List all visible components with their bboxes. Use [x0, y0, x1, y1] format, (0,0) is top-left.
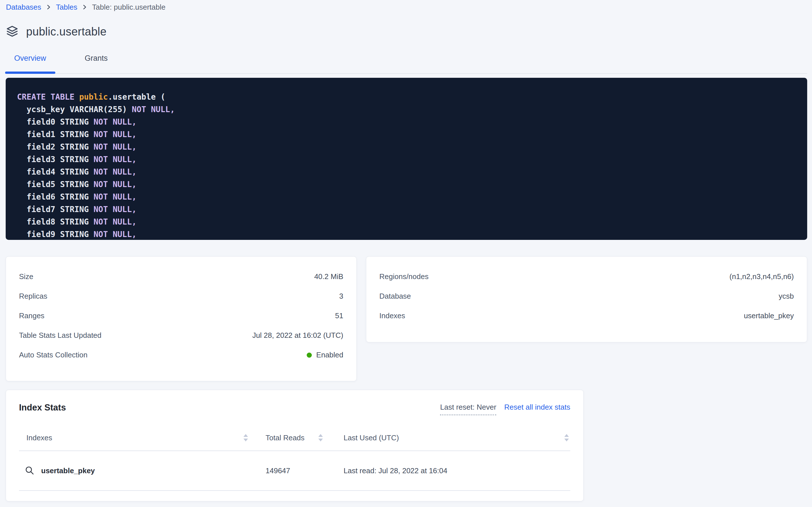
table-detail-page: Databases Tables Table: public.usertable…	[0, 2, 812, 507]
status-text: Enabled	[316, 351, 343, 359]
sql-line: field9 STRING NOT NULL,	[17, 228, 799, 240]
index-table-row: usertable_pkey 149647 Last read: Jul 28,…	[19, 451, 570, 491]
stat-value: usertable_pkey	[744, 312, 794, 320]
magnifier-icon	[25, 465, 35, 476]
column-header-indexes[interactable]: Indexes	[19, 433, 256, 442]
index-name-link[interactable]: usertable_pkey	[19, 465, 256, 476]
column-header-last-used[interactable]: Last Used (UTC)	[329, 433, 570, 442]
layers-stack-icon	[6, 25, 19, 38]
stat-label: Replicas	[19, 292, 47, 301]
table-meta-card: Regions/nodes (n1,n2,n3,n4,n5,n6) Databa…	[366, 256, 807, 342]
total-reads-value: 149647	[256, 466, 329, 475]
column-label: Indexes	[26, 434, 52, 442]
stat-label: Regions/nodes	[379, 272, 428, 281]
stat-row-replicas: Replicas 3	[19, 286, 343, 306]
stat-row-ranges: Ranges 51	[19, 306, 343, 326]
index-stats-table: Indexes Total Reads Last Used (UTC) user…	[19, 425, 570, 491]
tab-overview[interactable]: Overview	[5, 51, 55, 73]
breadcrumb-link-tables[interactable]: Tables	[56, 2, 77, 12]
table-stats-card: Size 40.2 MiB Replicas 3 Ranges 51 Table…	[6, 256, 357, 381]
breadcrumb: Databases Tables Table: public.usertable	[6, 2, 812, 12]
index-stats-card: Index Stats Last reset: Never Reset all …	[6, 390, 583, 501]
column-label: Total Reads	[265, 434, 304, 442]
chevron-right-icon	[81, 4, 88, 10]
stat-label: Table Stats Last Updated	[19, 331, 102, 340]
breadcrumb-link-databases[interactable]: Databases	[6, 2, 41, 12]
stat-row-stats-updated: Table Stats Last Updated Jul 28, 2022 at…	[19, 326, 343, 345]
index-table-header-row: Indexes Total Reads Last Used (UTC)	[19, 425, 570, 451]
last-used-value: Last read: Jul 28, 2022 at 16:04	[329, 466, 570, 475]
stat-row-indexes: Indexes usertable_pkey	[379, 306, 794, 326]
stat-row-database: Database ycsb	[379, 286, 794, 306]
stat-value: 40.2 MiB	[314, 272, 343, 281]
stat-value: 3	[339, 292, 343, 301]
sort-arrows-icon[interactable]	[243, 433, 249, 442]
tab-bar: Overview Grants	[5, 51, 807, 74]
stat-row-auto-stats: Auto Stats Collection Enabled	[19, 345, 343, 365]
stat-value: ycsb	[779, 292, 794, 301]
sql-line: field1 STRING NOT NULL,	[17, 128, 799, 141]
create-table-statement: CREATE TABLE public.usertable ( ycsb_key…	[6, 78, 807, 240]
stat-label: Ranges	[19, 312, 45, 320]
index-name: usertable_pkey	[41, 466, 95, 475]
overview-stats-row: Size 40.2 MiB Replicas 3 Ranges 51 Table…	[6, 256, 807, 381]
stat-row-size: Size 40.2 MiB	[19, 267, 343, 286]
index-stats-actions: Last reset: Never Reset all index stats	[440, 402, 570, 415]
sql-line: field0 STRING NOT NULL,	[17, 116, 799, 128]
column-header-total-reads[interactable]: Total Reads	[256, 433, 329, 442]
sql-line: ycsb_key VARCHAR(255) NOT NULL,	[17, 103, 799, 116]
reset-all-index-stats-link[interactable]: Reset all index stats	[504, 402, 570, 412]
stat-value: (n1,n2,n3,n4,n5,n6)	[730, 272, 794, 281]
sql-line: field3 STRING NOT NULL,	[17, 153, 799, 166]
chevron-right-icon	[45, 4, 52, 10]
enabled-status-dot-icon	[307, 352, 312, 358]
sql-line: field7 STRING NOT NULL,	[17, 203, 799, 216]
stat-value: Enabled	[307, 351, 343, 359]
sql-line: CREATE TABLE public.usertable (	[17, 91, 799, 103]
stat-row-regions: Regions/nodes (n1,n2,n3,n4,n5,n6)	[379, 267, 794, 286]
sql-line: field6 STRING NOT NULL,	[17, 191, 799, 203]
stat-label: Auto Stats Collection	[19, 351, 87, 359]
sql-line: field2 STRING NOT NULL,	[17, 141, 799, 153]
column-label: Last Used (UTC)	[343, 434, 399, 442]
index-stats-header: Index Stats Last reset: Never Reset all …	[19, 390, 570, 415]
breadcrumb-current: Table: public.usertable	[92, 2, 166, 12]
stat-value: 51	[335, 312, 343, 320]
page-title: public.usertable	[26, 25, 106, 38]
sql-line: field5 STRING NOT NULL,	[17, 178, 799, 191]
stat-value: Jul 28, 2022 at 16:02 (UTC)	[252, 331, 343, 340]
stat-label: Indexes	[379, 312, 405, 320]
sort-arrows-icon[interactable]	[563, 433, 570, 442]
sql-line: field8 STRING NOT NULL,	[17, 216, 799, 228]
stat-label: Database	[379, 292, 411, 301]
page-title-row: public.usertable	[6, 25, 812, 38]
tab-grants[interactable]: Grants	[76, 51, 117, 73]
stat-label: Size	[19, 272, 34, 281]
last-reset-label: Last reset: Never	[440, 402, 496, 415]
index-stats-title: Index Stats	[19, 402, 66, 413]
sort-arrows-icon[interactable]	[317, 433, 324, 442]
sql-line: field4 STRING NOT NULL,	[17, 166, 799, 178]
